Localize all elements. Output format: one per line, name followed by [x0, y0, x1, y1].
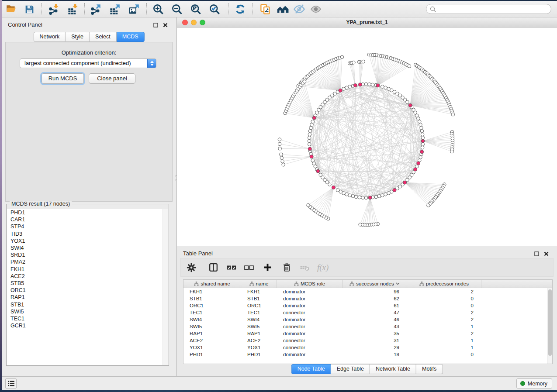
- memory-button[interactable]: Memory: [516, 378, 552, 389]
- export-table-button[interactable]: [107, 2, 122, 16]
- table-vertical-scrollbar[interactable]: [547, 288, 552, 364]
- column-label: predecessor nodes: [426, 281, 469, 286]
- close-panel-button[interactable]: [162, 22, 168, 28]
- select-all-columns-button[interactable]: [224, 260, 239, 275]
- tab-motifs[interactable]: Motifs: [416, 364, 443, 374]
- table-row[interactable]: SWI4SWI4dominator462: [183, 316, 552, 323]
- mcds-result-item[interactable]: STB5: [7, 280, 168, 287]
- deselect-all-columns-button[interactable]: [241, 260, 257, 275]
- table-row[interactable]: STB1STB1dominator620: [183, 295, 552, 302]
- tab-node-table[interactable]: Node Table: [291, 364, 331, 374]
- create-column-button[interactable]: [259, 260, 275, 275]
- table-row[interactable]: ACE2ACE2connector311: [183, 337, 552, 344]
- network-window-titlebar[interactable]: YPA_prune.txt_1: [177, 17, 557, 28]
- mcds-result-item[interactable]: GCR1: [7, 322, 168, 329]
- zoom-in-icon: [152, 3, 164, 15]
- export-image-button[interactable]: [126, 2, 141, 16]
- tab-select[interactable]: Select: [90, 32, 117, 42]
- tab-network-table[interactable]: Network Table: [370, 364, 416, 374]
- import-table-button[interactable]: [65, 2, 80, 16]
- cell-successor-nodes: 46: [343, 316, 407, 323]
- column-label: successor nodes: [356, 281, 394, 286]
- column-header-MCDS-role[interactable]: MCDS role: [277, 280, 343, 288]
- task-history-button[interactable]: [5, 378, 17, 389]
- mcds-result-item[interactable]: RAP1: [7, 294, 168, 301]
- zoom-in-button[interactable]: [151, 2, 166, 16]
- delete-column-button[interactable]: [279, 260, 294, 275]
- node-table: shared namenameMCDS rolesuccessor nodesp…: [183, 279, 553, 364]
- mcds-result-item[interactable]: ORC1: [7, 287, 168, 294]
- mcds-result-list[interactable]: PHD1CAR1STP4TID3YOX1SWI4SRD1PMA2FKH1ACE2…: [7, 209, 168, 365]
- network-canvas[interactable]: [177, 28, 557, 246]
- tab-edge-table[interactable]: Edge Table: [331, 364, 370, 374]
- mcds-list-scrollbar[interactable]: [163, 209, 168, 365]
- zoom-fit-button[interactable]: [188, 2, 203, 16]
- mcds-result-item[interactable]: FKH1: [7, 266, 168, 273]
- export-network-button[interactable]: [88, 2, 103, 16]
- column-header-predecessor-nodes[interactable]: predecessor nodes: [407, 280, 481, 288]
- close-mcds-panel-button[interactable]: Close panel: [89, 73, 135, 84]
- mcds-result-item[interactable]: PHD1: [7, 209, 168, 216]
- table-settings-button[interactable]: [183, 260, 199, 275]
- show-column-panel-button[interactable]: [205, 260, 221, 275]
- table-row[interactable]: SWI5SWI5connector431: [183, 323, 552, 330]
- hide-graphics-details-button[interactable]: [292, 2, 307, 16]
- run-mcds-button[interactable]: Run MCDS: [42, 73, 84, 84]
- network-window-title: YPA_prune.txt_1: [177, 19, 557, 25]
- gear-icon: [187, 263, 196, 272]
- cell-successor-nodes: 96: [343, 288, 407, 295]
- cell-shared-name: PHD1: [183, 351, 241, 358]
- cell-name: RAP1: [241, 330, 277, 337]
- column-label: name: [256, 281, 269, 286]
- zoom-selected-button[interactable]: [207, 2, 222, 16]
- mcds-result-item[interactable]: STP4: [7, 223, 168, 230]
- table-row[interactable]: YOX1YOX1connector291: [183, 344, 552, 351]
- mcds-result-item[interactable]: SWI5: [7, 308, 168, 315]
- cell-successor-nodes: 47: [343, 309, 407, 316]
- optimization-criterion-select[interactable]: largest connected component (undirected): [20, 58, 156, 68]
- cell-shared-name: RAP1: [183, 330, 241, 337]
- first-neighbors-button[interactable]: [275, 2, 290, 16]
- column-header-shared-name[interactable]: shared name: [183, 280, 241, 288]
- mcds-result-item[interactable]: ACE2: [7, 273, 168, 280]
- mcds-result-item[interactable]: YOX1: [7, 237, 168, 244]
- column-header-successor-nodes[interactable]: successor nodes: [343, 280, 407, 288]
- column-label: MCDS role: [301, 281, 325, 286]
- mcds-result-item[interactable]: CAR1: [7, 216, 168, 223]
- list-icon: [8, 381, 14, 386]
- close-table-panel-button[interactable]: [543, 251, 549, 257]
- show-graphics-details-button[interactable]: [308, 2, 323, 16]
- table-row[interactable]: TEC1TEC1connector472: [183, 309, 552, 316]
- tab-mcds[interactable]: MCDS: [117, 32, 145, 42]
- criterion-selected-value: largest connected component (undirected): [24, 60, 131, 66]
- table-row[interactable]: RAP1RAP1dominator352: [183, 330, 552, 337]
- open-file-button[interactable]: [3, 2, 18, 16]
- column-header-name[interactable]: name: [241, 280, 277, 288]
- cell-mcds-role: connector: [277, 309, 343, 316]
- mcds-result-item[interactable]: SRD1: [7, 251, 168, 258]
- scrollbar-thumb[interactable]: [548, 289, 552, 356]
- cell-successor-nodes: 35: [343, 330, 407, 337]
- mcds-result-item[interactable]: TEC1: [7, 315, 168, 322]
- search-input[interactable]: [439, 4, 547, 14]
- save-session-button[interactable]: [22, 2, 37, 16]
- copy-network-button[interactable]: [258, 2, 273, 16]
- table-row[interactable]: PHD1PHD1dominator180: [183, 351, 552, 358]
- refresh-icon: [235, 3, 246, 15]
- tab-network[interactable]: Network: [33, 32, 66, 42]
- tab-style[interactable]: Style: [66, 32, 90, 42]
- float-table-panel-button[interactable]: [533, 251, 540, 257]
- refresh-view-button[interactable]: [233, 2, 248, 16]
- import-network-button[interactable]: [46, 2, 61, 16]
- float-panel-button[interactable]: [152, 22, 159, 28]
- table-row[interactable]: ORC1ORC1dominator610: [183, 302, 552, 309]
- zoom-out-button[interactable]: [170, 2, 184, 16]
- table-row[interactable]: FKH1FKH1dominator962: [183, 288, 552, 295]
- mcds-result-item[interactable]: STB1: [7, 301, 168, 308]
- mcds-result-item[interactable]: PMA2: [7, 258, 168, 265]
- close-icon: [163, 23, 168, 28]
- control-panel: Control Panel NetworkStyleSelectMCDS Opt…: [2, 17, 176, 376]
- mcds-result-item[interactable]: TID3: [7, 230, 168, 237]
- mcds-result-item[interactable]: SWI4: [7, 244, 168, 251]
- network-graph[interactable]: [177, 28, 557, 246]
